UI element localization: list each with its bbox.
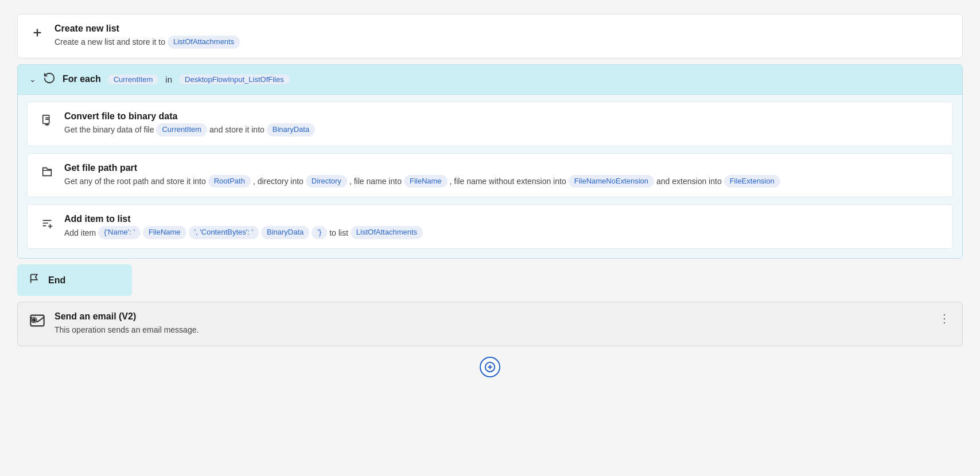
plus-icon	[29, 25, 45, 41]
convert-desc-before: Get the binary data of file	[64, 123, 154, 136]
additem-token3[interactable]: ', 'ContentBytes': '	[189, 226, 259, 239]
filepath-desc1: Get any of the root path and store it in…	[64, 175, 206, 188]
convert-file-block: Convert file to binary data Get the bina…	[27, 102, 953, 146]
filepath-desc2: , directory into	[253, 175, 304, 188]
add-item-desc: Add item {'Name': ' FileName ', 'Content…	[64, 226, 941, 239]
email-icon	[29, 313, 45, 329]
chevron-down-icon[interactable]: ⌄	[29, 75, 36, 84]
foreach-in-text: in	[165, 75, 172, 84]
add-item-block: Add item to list Add item {'Name': ' Fil…	[27, 204, 953, 249]
create-list-desc-text: Create a new list and store it to	[55, 36, 165, 48]
create-list-desc: Create a new list and store it to ListOf…	[55, 36, 951, 49]
additem-token6[interactable]: ListOfAttachments	[351, 226, 423, 239]
convert-token2[interactable]: BinaryData	[267, 123, 315, 136]
foreach-header: ⌄ For each CurrentItem in DesktopFlowInp…	[18, 65, 962, 95]
create-list-token[interactable]: ListOfAttachments	[168, 36, 240, 49]
filepath-token4[interactable]: FileNameNoExtension	[569, 175, 654, 188]
additem-token2[interactable]: FileName	[143, 226, 186, 239]
get-filepath-title: Get file path part	[64, 163, 941, 173]
filepath-token2[interactable]: Directory	[306, 175, 347, 188]
convert-token1[interactable]: CurrentItem	[156, 123, 207, 136]
foreach-token2[interactable]: DesktopFlowInput_ListOfFiles	[179, 75, 290, 84]
add-item-title: Add item to list	[64, 214, 941, 224]
create-list-block: Create new list Create a new list and st…	[17, 14, 963, 58]
convert-file-content: Convert file to binary data Get the bina…	[64, 111, 941, 136]
filepath-desc4: , file name without extension into	[450, 175, 566, 188]
send-email-content: Send an email (V2) This operation sends …	[55, 311, 930, 336]
add-action-button[interactable]	[480, 357, 500, 377]
get-filepath-block: Get file path part Get any of the root p…	[27, 153, 953, 198]
loop-icon	[43, 72, 56, 87]
foreach-container: ⌄ For each CurrentItem in DesktopFlowInp…	[17, 64, 963, 259]
add-item-content: Add item to list Add item {'Name': ' Fil…	[64, 214, 941, 239]
filepath-icon	[39, 164, 55, 180]
filepath-desc5: and extension into	[656, 175, 722, 188]
send-email-desc-text: This operation sends an email message.	[55, 323, 930, 336]
send-email-desc-span: This operation sends an email message.	[55, 323, 199, 336]
foreach-label: For each	[63, 74, 101, 84]
filepath-token3[interactable]: FileName	[404, 175, 448, 188]
get-filepath-content: Get file path part Get any of the root p…	[64, 163, 941, 188]
additem-desc1: Add item	[64, 227, 96, 239]
add-action-area	[17, 357, 963, 377]
canvas: Create new list Create a new list and st…	[0, 0, 980, 476]
foreach-body: Convert file to binary data Get the bina…	[18, 95, 962, 258]
end-block: End	[17, 264, 132, 296]
get-filepath-desc: Get any of the root path and store it in…	[64, 175, 941, 188]
more-options-icon[interactable]: ⋮	[939, 311, 951, 325]
additem-token1[interactable]: {'Name': '	[98, 226, 141, 239]
send-email-block: Send an email (V2) This operation sends …	[17, 302, 963, 346]
foreach-token1[interactable]: CurrentItem	[108, 75, 159, 84]
filepath-token1[interactable]: RootPath	[208, 175, 251, 188]
additem-icon	[39, 215, 55, 231]
additem-token4[interactable]: BinaryData	[261, 226, 309, 239]
convert-file-title: Convert file to binary data	[64, 111, 941, 122]
convert-desc-mid: and store it into	[209, 123, 265, 136]
additem-token5[interactable]: '}	[312, 226, 327, 239]
create-list-title: Create new list	[55, 24, 951, 34]
send-email-title: Send an email (V2)	[55, 311, 930, 322]
flag-icon	[29, 272, 41, 288]
filepath-desc3: , file name into	[349, 175, 402, 188]
create-list-content: Create new list Create a new list and st…	[55, 24, 951, 49]
end-title: End	[48, 275, 65, 286]
convert-icon	[39, 112, 55, 128]
filepath-token5[interactable]: FileExtension	[724, 175, 780, 188]
svg-point-16	[33, 319, 36, 322]
additem-desc2: to list	[329, 227, 348, 239]
convert-file-desc: Get the binary data of file CurrentItem …	[64, 123, 941, 136]
